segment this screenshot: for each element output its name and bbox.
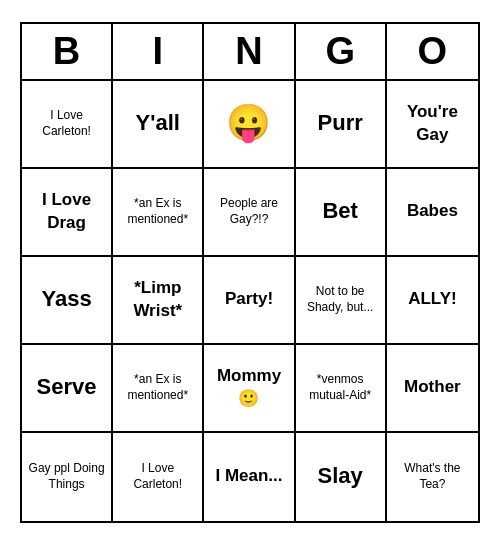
- bingo-cell-2: 😛: [204, 81, 295, 169]
- bingo-cell-1: Y'all: [113, 81, 204, 169]
- bingo-cell-8: Bet: [296, 169, 387, 257]
- bingo-cell-16: *an Ex is mentioned*: [113, 345, 204, 433]
- bingo-cell-7: People are Gay?!?: [204, 169, 295, 257]
- header-letter-B: B: [22, 24, 113, 79]
- header-letter-O: O: [387, 24, 478, 79]
- bingo-cell-12: Party!: [204, 257, 295, 345]
- bingo-grid: I Love Carleton!Y'all😛PurrYou're GayI Lo…: [22, 81, 478, 521]
- bingo-cell-6: *an Ex is mentioned*: [113, 169, 204, 257]
- bingo-cell-13: Not to be Shady, but...: [296, 257, 387, 345]
- bingo-cell-20: Gay ppl Doing Things: [22, 433, 113, 521]
- header-letter-I: I: [113, 24, 204, 79]
- bingo-header: BINGO: [22, 24, 478, 81]
- bingo-cell-23: Slay: [296, 433, 387, 521]
- bingo-cell-21: I Love Carleton!: [113, 433, 204, 521]
- bingo-cell-0: I Love Carleton!: [22, 81, 113, 169]
- bingo-cell-4: You're Gay: [387, 81, 478, 169]
- bingo-cell-11: *Limp Wrist*: [113, 257, 204, 345]
- bingo-cell-5: I Love Drag: [22, 169, 113, 257]
- bingo-cell-14: ALLY!: [387, 257, 478, 345]
- header-letter-G: G: [296, 24, 387, 79]
- header-letter-N: N: [204, 24, 295, 79]
- bingo-cell-3: Purr: [296, 81, 387, 169]
- bingo-cell-9: Babes: [387, 169, 478, 257]
- bingo-cell-10: Yass: [22, 257, 113, 345]
- bingo-cell-18: *venmos mutual-Aid*: [296, 345, 387, 433]
- bingo-card: BINGO I Love Carleton!Y'all😛PurrYou're G…: [20, 22, 480, 523]
- bingo-cell-24: What's the Tea?: [387, 433, 478, 521]
- bingo-cell-22: I Mean...: [204, 433, 295, 521]
- bingo-cell-17: Mommy 🙂: [204, 345, 295, 433]
- bingo-cell-19: Mother: [387, 345, 478, 433]
- bingo-cell-15: Serve: [22, 345, 113, 433]
